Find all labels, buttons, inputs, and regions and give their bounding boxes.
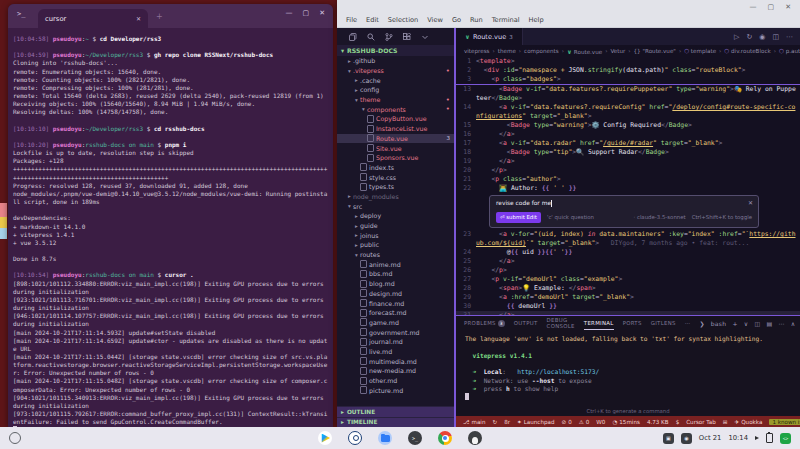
code-editor[interactable]: 1<template>2 <div :id="namespace + JSON.… <box>456 57 800 315</box>
sidebar-section-outline[interactable]: ▸OUTLINE <box>337 406 454 417</box>
tray-time[interactable]: 10:14 <box>728 434 748 442</box>
tree-item-.github[interactable]: ▸.github <box>337 56 454 66</box>
code-badge-icon[interactable]: <> <box>780 433 791 444</box>
tree-item-bbs.md[interactable]: bbs.md <box>337 269 454 279</box>
menu-item-help[interactable]: Help <box>525 15 548 25</box>
split-editor-icon[interactable]: ◫ <box>772 33 779 41</box>
play-store-icon[interactable] <box>318 431 332 445</box>
tree-item-live.md[interactable]: live.md <box>337 347 454 357</box>
breadcrumb[interactable]: vitepress›theme›components›∨ Route.vue›V… <box>456 45 800 57</box>
tree-item-.vitepress[interactable]: ▾.vitepress• <box>337 66 454 76</box>
terminal-output[interactable]: [10:04:58] pseudoyu:~ $ cd Developer/rss… <box>8 28 333 427</box>
integrated-terminal[interactable]: The language 'env' is not loaded, fallin… <box>456 330 800 416</box>
panel-tab-problems[interactable]: PROBLEMS3 <box>464 316 505 330</box>
tray-app-icon-2[interactable]: ◉ <box>681 433 692 444</box>
new-terminal-icon[interactable]: + <box>732 320 737 327</box>
tree-item-other.md[interactable]: other.md <box>337 376 454 386</box>
tree-item-src[interactable]: ▾src <box>337 201 454 211</box>
tree-item-.cache[interactable]: ▸.cache <box>337 75 454 85</box>
terminal-tab[interactable]: cursor ✕ <box>38 9 148 28</box>
shell-icon[interactable]: ❯ <box>699 320 704 327</box>
search-icon[interactable] <box>367 33 375 41</box>
tree-item-routes[interactable]: ▾routes <box>337 250 454 260</box>
launchpad-icon[interactable]: ✦Launchpad <box>517 419 554 425</box>
status-item[interactable]: 4.73 KB <box>647 419 669 425</box>
grid-icon[interactable]: ⊞ <box>723 419 728 425</box>
terminal-close-button[interactable]: ✕ <box>319 9 325 17</box>
breadcrumb-item[interactable]: Vetur <box>610 48 625 54</box>
ai-prompt-input[interactable]: revise code for me <box>496 199 752 208</box>
files-icon[interactable] <box>349 33 357 41</box>
editor-minimize-button[interactable]: — <box>750 3 757 11</box>
menu-item-run[interactable]: Run <box>466 15 487 25</box>
sidebar-section-timeline[interactable]: ▸TIMELINE <box>337 417 454 428</box>
shell-name[interactable]: bash <box>711 320 727 327</box>
tree-item-anime.md[interactable]: anime.md <box>337 259 454 269</box>
submit-edit-button[interactable]: ⏎ submit Edit <box>496 212 541 223</box>
kill-terminal-icon[interactable]: ▤ <box>766 320 772 327</box>
terminal-titlebar[interactable]: >_ cursor ✕ + — ▢ ✕ <box>8 4 333 28</box>
close-icon[interactable]: ✕ <box>748 198 753 207</box>
tree-item-index.ts[interactable]: index.ts <box>337 163 454 173</box>
tree-item-multimedia.md[interactable]: multimedia.md <box>337 356 454 366</box>
explorer-root-folder[interactable]: ▾ RSSHUB-DOCS <box>337 45 454 56</box>
editor-close-button[interactable]: ✕ <box>785 3 791 11</box>
tree-item-guide[interactable]: ▸guide <box>337 221 454 231</box>
tree-item-Sponsors.vue[interactable]: Sponsors.vue <box>337 153 454 163</box>
split-terminal-icon[interactable]: ◫ <box>754 320 760 327</box>
sync-icon[interactable]: ↻ <box>746 33 752 41</box>
1password-icon[interactable] <box>348 431 362 445</box>
source-control-icon[interactable] <box>385 33 393 41</box>
tree-item-blog.md[interactable]: blog.md <box>337 279 454 289</box>
terminal-maximize-button[interactable]: ▢ <box>303 9 310 17</box>
tree-item-types.ts[interactable]: types.ts <box>337 182 454 192</box>
tree-item-picture.md[interactable]: picture.md <box>337 385 454 395</box>
panel-tab-⋯[interactable]: ⋯ <box>685 316 691 330</box>
tree-item-CopyButton.vue[interactable]: CopyButton.vue <box>337 114 454 124</box>
run-icon[interactable]: ▷ <box>734 33 739 41</box>
run-circle-icon[interactable]: ◉ <box>759 33 765 41</box>
system-tray[interactable]: ▣◉Oct 2110:14<> <box>663 433 800 444</box>
tree-item-components[interactable]: ▾components• <box>337 104 454 114</box>
tree-item-joinus[interactable]: ▸joinus <box>337 230 454 240</box>
inline-ai-popup[interactable]: ✕revise code for me⏎ submit Edit'c' quic… <box>489 195 759 228</box>
tree-item-forecast.md[interactable]: forecast.md <box>337 308 454 318</box>
status-item[interactable]: 8r <box>504 419 510 425</box>
files-app-icon[interactable] <box>378 431 392 445</box>
errors-icon[interactable]: ⊘0 <box>561 419 571 425</box>
editor-maximize-button[interactable]: ▢ <box>768 3 775 11</box>
quokka-icon[interactable]: ✈Quokka <box>735 419 763 425</box>
git-branch-icon[interactable]: ⎇main <box>463 419 485 425</box>
tree-item-InstanceList.vue[interactable]: InstanceList.vue <box>337 124 454 134</box>
tree-item-journal.md[interactable]: journal.md <box>337 337 454 347</box>
chevron-down-icon[interactable] <box>421 33 429 41</box>
tray-app-icon-1[interactable]: ▣ <box>663 433 674 444</box>
menu-item-file[interactable]: File <box>342 15 361 25</box>
tree-item-public[interactable]: ▸public <box>337 240 454 250</box>
maximize-panel-icon[interactable]: ∧ <box>791 320 796 327</box>
terminal-app-icon[interactable]: >_ <box>408 431 422 445</box>
terminal-new-tab-button[interactable]: + <box>156 12 163 21</box>
tree-item-node_modules[interactable]: ▸node_modules <box>337 192 454 202</box>
tree-item-style.css[interactable]: style.css <box>337 172 454 182</box>
menu-item-selection[interactable]: Selection <box>384 15 422 25</box>
model-selector[interactable]: · claude-3.5-sonnet <box>633 213 685 222</box>
breadcrumb-item[interactable]: theme <box>498 48 516 54</box>
panel-tab-terminal[interactable]: TERMINAL <box>584 316 614 330</box>
status-item[interactable]: 1 known issue <box>769 419 800 425</box>
menu-item-go[interactable]: Go <box>448 15 465 25</box>
clock-icon[interactable]: ◔15mins <box>612 419 639 425</box>
tree-item-deploy[interactable]: ▸deploy <box>337 211 454 221</box>
breadcrumb-item[interactable]: ∨ Route.vue <box>567 48 602 55</box>
panel-tab-output[interactable]: OUTPUT <box>514 316 538 330</box>
tree-item-game.md[interactable]: game.md <box>337 318 454 328</box>
terminal-tab-close-icon[interactable]: ✕ <box>136 15 141 22</box>
dropdown-icon[interactable]: ∨ <box>744 320 749 327</box>
tree-item-theme[interactable]: ▾theme• <box>337 95 454 105</box>
breadcrumb-item[interactable]: ⬡ template <box>684 48 716 54</box>
breadcrumb-item[interactable]: ⬡ p.author <box>779 48 800 54</box>
tree-item-new-media.md[interactable]: new-media.md <box>337 366 454 376</box>
menu-item-terminal[interactable]: Terminal <box>488 15 524 25</box>
tree-item-Route.vue[interactable]: Route.vue3 <box>337 134 454 144</box>
editor-tab-route-vue[interactable]: ∨ Route.vue 3 <box>456 28 523 45</box>
